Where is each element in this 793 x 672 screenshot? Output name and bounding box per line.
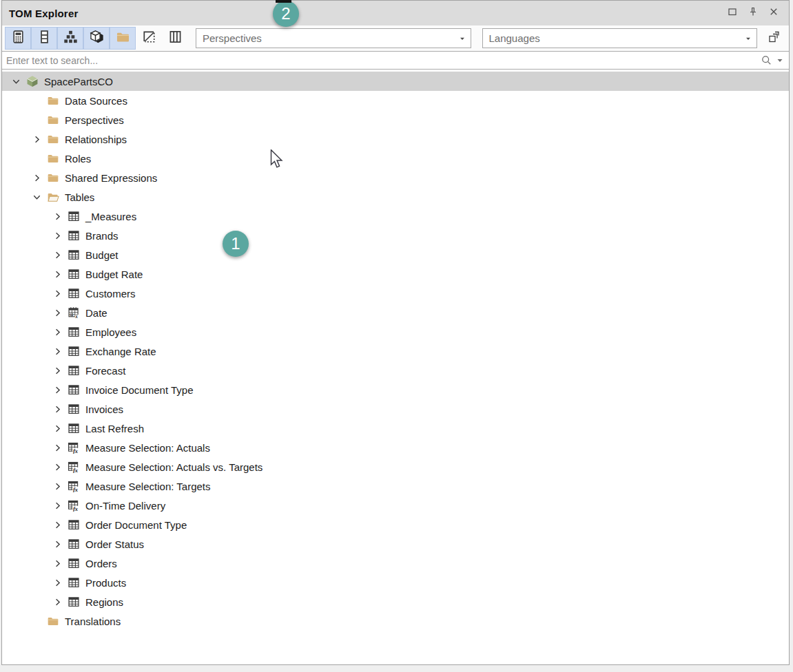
hierarchies-icon [63,30,78,47]
tree-item-label: Order Status [85,538,144,550]
chevron-right-icon[interactable] [49,423,65,434]
table-icon [65,210,82,222]
folder-icon [45,615,61,627]
tree-row[interactable]: Shared Expressions [2,168,789,187]
step-badge-2-number: 2 [281,4,290,23]
tree-row[interactable]: Customers [2,284,789,303]
tree-row[interactable]: Last Refresh [2,419,789,438]
chevron-right-icon[interactable] [28,134,45,145]
tree-item-label: Products [85,577,126,589]
chevron-right-icon[interactable] [49,250,65,260]
tom-explorer-window: TOM Explorer Perspectives Languages [1,0,790,665]
chevron-right-icon[interactable] [49,308,65,318]
toggle-hierarchies-button[interactable] [57,27,83,50]
toggle-measures-button[interactable] [5,27,31,50]
cascade-windows-button[interactable] [761,28,786,49]
tree-item-label: Perspectives [65,114,124,126]
table-icon [65,229,82,242]
tree-item-label: Tables [65,191,94,203]
tree-row[interactable]: fxMeasure Selection: Actuals [2,438,789,457]
close-window-button[interactable] [765,5,782,21]
folder-open-icon [45,191,61,203]
chevron-right-icon[interactable] [49,462,65,472]
chevron-right-icon[interactable] [49,443,65,453]
chevron-right-icon[interactable] [49,231,65,241]
tree-row[interactable]: SpacePartsCO [2,72,789,91]
chevron-right-icon[interactable] [49,211,65,222]
languages-dropdown-value: Languages [489,32,540,44]
toggle-kpis-button[interactable] [83,27,110,50]
tree-row[interactable]: _Measures [2,207,789,226]
tree-row[interactable]: Orders [2,554,789,573]
toggle-display-folders-button[interactable] [110,27,136,50]
chevron-right-icon[interactable] [49,520,65,530]
search-placeholder: Enter text to search... [6,55,98,66]
tree-row[interactable]: Tables [2,187,789,207]
tree-row[interactable]: Relationships [2,129,789,149]
chevron-right-icon[interactable] [49,501,65,511]
search-icon[interactable] [761,54,772,66]
pin-window-button[interactable] [745,5,761,21]
chevron-down-icon[interactable] [8,76,24,87]
table-icon [65,345,82,357]
tree-row[interactable]: Employees [2,322,789,342]
tree-row[interactable]: Order Status [2,534,789,554]
tree-row[interactable]: Data Sources [2,91,789,110]
chevron-right-icon[interactable] [49,404,65,414]
chevron-right-icon[interactable] [49,288,65,299]
tree-row[interactable]: Exchange Rate [2,342,789,361]
pin-icon [748,6,759,20]
tree-row[interactable]: Budget Rate [2,264,789,284]
tree-row[interactable]: 12xDate [2,303,789,322]
tree-item-label: Regions [85,596,123,608]
toggle-table-columns-button[interactable] [162,27,188,50]
titlebar[interactable]: TOM Explorer [2,1,789,25]
tree-row[interactable]: Invoice Document Type [2,380,789,399]
tree-row[interactable]: Invoices [2,399,789,419]
search-input[interactable]: Enter text to search... [2,51,789,70]
toolbar-toggle-group [5,27,188,50]
search-options-caret-icon[interactable] [776,57,783,64]
tree-row[interactable]: Translations [2,611,789,631]
chevron-down-icon [743,33,754,44]
chevron-right-icon[interactable] [49,269,65,280]
chevron-right-icon[interactable] [49,327,65,337]
tree-row[interactable]: Products [2,573,789,592]
chevron-right-icon[interactable] [49,481,65,492]
tree-row[interactable]: Brands [2,226,789,245]
tree-item-label: Exchange Rate [85,346,156,357]
toggle-columns-button[interactable] [31,27,57,50]
step-badge-2: 2 [273,1,299,27]
chevron-down-icon [457,33,468,44]
chevron-right-icon[interactable] [28,173,45,183]
languages-dropdown[interactable]: Languages [482,28,758,48]
perspectives-dropdown[interactable]: Perspectives [196,28,471,48]
tree-row[interactable]: Forecast [2,361,789,380]
svg-text:fx: fx [73,448,79,454]
chevron-right-icon[interactable] [49,346,65,357]
tree-row[interactable]: Regions [2,592,789,611]
model-cube-icon [24,75,41,87]
chevron-right-icon[interactable] [49,578,65,588]
tree-row[interactable]: Roles [2,149,789,168]
tree-row[interactable]: fxMeasure Selection: Actuals vs. Targets [2,457,789,476]
chevron-right-icon[interactable] [49,385,65,395]
tree-row[interactable]: fxOn-Time Delivery [2,496,789,515]
table-icon [65,518,82,531]
chevron-down-icon[interactable] [28,192,45,202]
chevron-right-icon[interactable] [49,366,65,376]
folder-icon [45,94,61,107]
float-window-button[interactable] [724,5,741,21]
chevron-right-icon[interactable] [49,539,65,549]
tree-row[interactable]: fxMeasure Selection: Targets [2,476,789,496]
chevron-right-icon[interactable] [49,597,65,607]
tree-item-label: Shared Expressions [65,172,157,184]
toggle-partitions-button[interactable] [136,27,162,50]
tree-row[interactable]: Perspectives [2,110,789,129]
chevron-right-icon[interactable] [49,558,65,569]
tree-row[interactable]: Order Document Type [2,515,789,534]
tree-row[interactable]: Budget [2,245,789,264]
tree-item-label: SpacePartsCO [44,76,113,87]
step-badge-1-number: 1 [231,234,240,253]
columns-icon [37,30,52,47]
